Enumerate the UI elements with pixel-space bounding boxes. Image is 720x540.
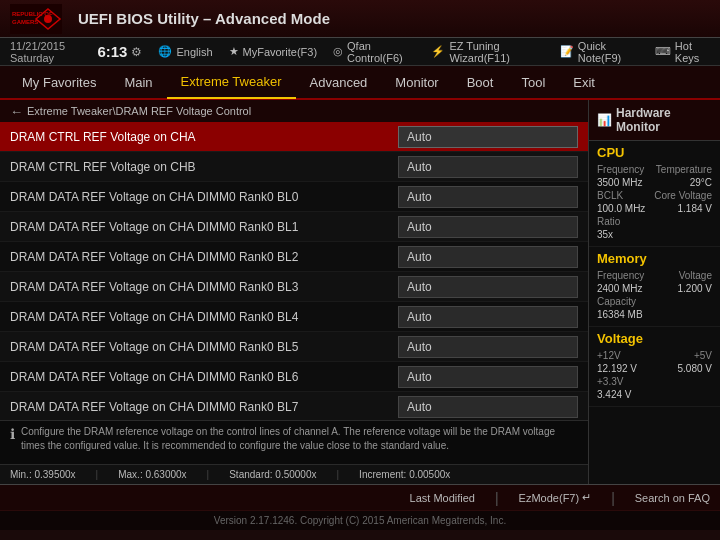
- hint-item: Min.: 0.39500x: [10, 469, 76, 480]
- hw-monitor-label: Hardware Monitor: [616, 106, 712, 134]
- setting-value[interactable]: Auto: [398, 186, 578, 208]
- hw-monitor-title: 📊 Hardware Monitor: [589, 100, 720, 141]
- hint-separator: |: [207, 469, 210, 480]
- table-row[interactable]: DRAM DATA REF Voltage on CHA DIMM0 Rank0…: [0, 182, 588, 212]
- setting-value[interactable]: Auto: [398, 276, 578, 298]
- table-row[interactable]: DRAM DATA REF Voltage on CHA DIMM0 Rank0…: [0, 332, 588, 362]
- hint-item: Increment: 0.00500x: [359, 469, 450, 480]
- setting-name: DRAM CTRL REF Voltage on CHB: [10, 160, 398, 174]
- nav-extreme-tweaker[interactable]: Extreme Tweaker: [167, 65, 296, 99]
- setting-value[interactable]: Auto: [398, 126, 578, 148]
- setting-value[interactable]: Auto: [398, 306, 578, 328]
- gear-icon[interactable]: ⚙: [131, 45, 142, 59]
- date-text: 11/21/2015 Saturday: [10, 40, 89, 64]
- cpu-freq-val-row: 3500 MHz 29°C: [597, 177, 712, 188]
- ez-mode-icon: ↵: [582, 491, 591, 504]
- right-panel: 📊 Hardware Monitor CPU Frequency Tempera…: [588, 100, 720, 484]
- nav-my-favorites[interactable]: My Favorites: [8, 65, 110, 99]
- monitor-icon: 📊: [597, 113, 612, 127]
- ez-tuning-item[interactable]: ⚡ EZ Tuning Wizard(F11): [431, 40, 543, 64]
- info-description: Configure the DRAM reference voltage on …: [21, 425, 578, 453]
- setting-value[interactable]: Auto: [398, 246, 578, 268]
- footer-text: Version 2.17.1246. Copyright (C) 2015 Am…: [214, 515, 506, 526]
- cpu-freq-row: Frequency Temperature: [597, 164, 712, 175]
- myfav-item[interactable]: ★ MyFavorite(F3): [229, 45, 318, 58]
- volt-12-val-row: 12.192 V 5.080 V: [597, 363, 712, 374]
- setting-name: DRAM DATA REF Voltage on CHA DIMM0 Rank0…: [10, 370, 398, 384]
- info-bar: ℹ Configure the DRAM reference voltage o…: [0, 420, 588, 464]
- ez-label: EZ Tuning Wizard(F11): [449, 40, 543, 64]
- cpu-bclk-label: BCLK: [597, 190, 623, 201]
- table-row[interactable]: DRAM CTRL REF Voltage on CHAAuto: [0, 122, 588, 152]
- status-bar: 11/21/2015 Saturday 6:13 ⚙ 🌐 English ★ M…: [0, 38, 720, 66]
- ez-icon: ⚡: [431, 45, 445, 58]
- cpu-bclk-value: 100.0 MHz: [597, 203, 645, 214]
- rog-logo-icon: REPUBLIC OF GAMERS: [10, 4, 62, 34]
- star-icon: ★: [229, 45, 239, 58]
- hot-keys-label: Hot Keys: [675, 40, 710, 64]
- nav-main[interactable]: Main: [110, 65, 166, 99]
- cpu-temp-value: 29°C: [690, 177, 712, 188]
- cpu-freq-label: Frequency: [597, 164, 644, 175]
- table-row[interactable]: DRAM DATA REF Voltage on CHA DIMM0 Rank0…: [0, 362, 588, 392]
- language-item[interactable]: 🌐 English: [158, 45, 212, 58]
- nav-monitor[interactable]: Monitor: [381, 65, 452, 99]
- nav-tool[interactable]: Tool: [507, 65, 559, 99]
- setting-value[interactable]: Auto: [398, 336, 578, 358]
- setting-name: DRAM DATA REF Voltage on CHA DIMM0 Rank0…: [10, 310, 398, 324]
- breadcrumb-text: Extreme Tweaker\DRAM REF Voltage Control: [27, 105, 251, 117]
- volt-33-label: +3.3V: [597, 376, 623, 387]
- cpu-ratio-value: 35x: [597, 229, 712, 240]
- nav-advanced[interactable]: Advanced: [296, 65, 382, 99]
- mem-cap-row: Capacity: [597, 296, 712, 307]
- quick-note-item[interactable]: 📝 Quick Note(F9): [560, 40, 639, 64]
- hot-keys-item[interactable]: ⌨ Hot Keys: [655, 40, 710, 64]
- qfan-label: Qfan Control(F6): [347, 40, 415, 64]
- search-faq-button[interactable]: Search on FAQ: [635, 492, 710, 504]
- ez-mode-label: EzMode(F7): [519, 492, 580, 504]
- volt-12-row: +12V +5V: [597, 350, 712, 361]
- setting-value[interactable]: Auto: [398, 366, 578, 388]
- table-row[interactable]: DRAM DATA REF Voltage on CHA DIMM0 Rank0…: [0, 272, 588, 302]
- hint-item: Max.: 0.63000x: [118, 469, 186, 480]
- back-arrow-icon[interactable]: ←: [10, 104, 23, 119]
- footer: Version 2.17.1246. Copyright (C) 2015 Am…: [0, 510, 720, 530]
- voltage-title: Voltage: [597, 331, 712, 346]
- volt-33-value: 3.424 V: [597, 389, 712, 400]
- table-row[interactable]: DRAM CTRL REF Voltage on CHBAuto: [0, 152, 588, 182]
- nav-exit[interactable]: Exit: [559, 65, 609, 99]
- table-row[interactable]: DRAM DATA REF Voltage on CHA DIMM0 Rank0…: [0, 302, 588, 332]
- mem-volt-label: Voltage: [679, 270, 712, 281]
- setting-value[interactable]: Auto: [398, 396, 578, 418]
- setting-value[interactable]: Auto: [398, 216, 578, 238]
- mem-freq-label: Frequency: [597, 270, 644, 281]
- setting-name: DRAM DATA REF Voltage on CHA DIMM0 Rank0…: [10, 220, 398, 234]
- cpu-freq-value: 3500 MHz: [597, 177, 643, 188]
- setting-value[interactable]: Auto: [398, 156, 578, 178]
- fan-icon: ◎: [333, 45, 343, 58]
- cpu-temp-label: Temperature: [656, 164, 712, 175]
- cpu-bclk-val-row: 100.0 MHz 1.184 V: [597, 203, 712, 214]
- setting-name: DRAM DATA REF Voltage on CHA DIMM0 Rank0…: [10, 400, 398, 414]
- cpu-corev-value: 1.184 V: [678, 203, 712, 214]
- memory-section: Memory Frequency Voltage 2400 MHz 1.200 …: [589, 247, 720, 327]
- table-row[interactable]: DRAM DATA REF Voltage on CHA DIMM0 Rank0…: [0, 242, 588, 272]
- cpu-title: CPU: [597, 145, 712, 160]
- svg-text:GAMERS: GAMERS: [12, 19, 38, 25]
- hint-item: Standard: 0.50000x: [229, 469, 316, 480]
- hint-separator: |: [96, 469, 99, 480]
- info-icon: ℹ: [10, 426, 15, 442]
- qfan-item[interactable]: ◎ Qfan Control(F6): [333, 40, 415, 64]
- setting-name: DRAM DATA REF Voltage on CHA DIMM0 Rank0…: [10, 190, 398, 204]
- header-logo: REPUBLIC OF GAMERS: [10, 4, 62, 34]
- ez-mode-button[interactable]: EzMode(F7) ↵: [519, 491, 592, 504]
- mem-freq-value: 2400 MHz: [597, 283, 643, 294]
- svg-point-4: [44, 15, 52, 23]
- volt-12-value: 12.192 V: [597, 363, 637, 374]
- note-icon: 📝: [560, 45, 574, 58]
- table-row[interactable]: DRAM DATA REF Voltage on CHA DIMM0 Rank0…: [0, 212, 588, 242]
- mem-cap-label: Capacity: [597, 296, 636, 307]
- last-modified-button[interactable]: Last Modified: [410, 492, 475, 504]
- nav-boot[interactable]: Boot: [453, 65, 508, 99]
- table-row[interactable]: DRAM DATA REF Voltage on CHA DIMM0 Rank0…: [0, 392, 588, 420]
